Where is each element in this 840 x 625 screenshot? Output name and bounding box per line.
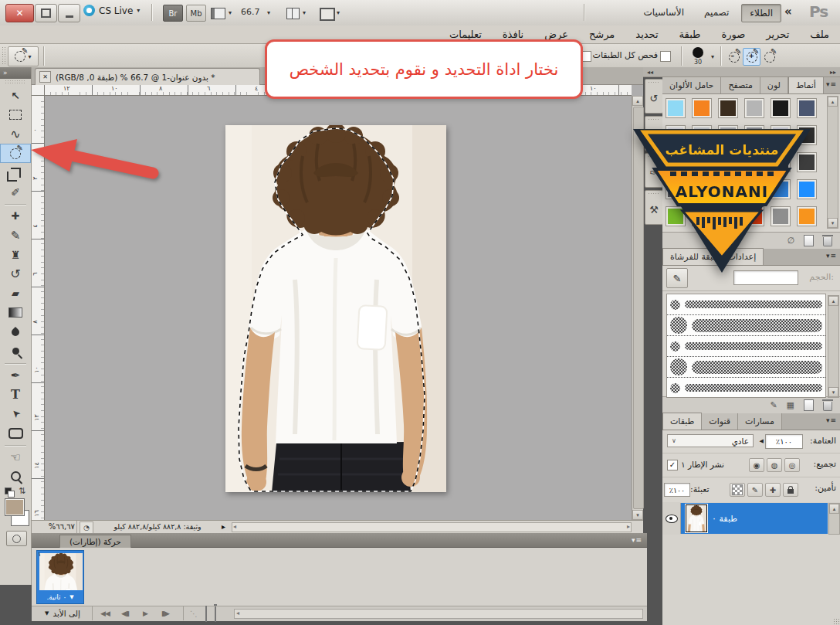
panel-menu-icon[interactable]: ▾≡ bbox=[826, 80, 837, 88]
drag-handle[interactable] bbox=[2, 46, 5, 65]
style-swatch[interactable] bbox=[797, 98, 817, 118]
foreground-color-swatch[interactable] bbox=[5, 498, 25, 516]
dodge-tool[interactable] bbox=[0, 341, 31, 361]
menu-item[interactable]: ملف bbox=[810, 29, 829, 40]
hand-tool[interactable]: ☜ bbox=[0, 447, 31, 467]
new-brush-button[interactable] bbox=[804, 399, 814, 411]
style-swatch[interactable] bbox=[744, 98, 764, 118]
document-tab[interactable]: ✕ * بدون عنوان-1 @ 66.7 % (طبقة 0, RGB/8… bbox=[35, 68, 260, 85]
brush-preset-row[interactable] bbox=[667, 378, 825, 398]
styles-tab[interactable]: أنماط bbox=[788, 76, 824, 93]
timeline-scrollbar[interactable]: ◂ bbox=[234, 609, 643, 619]
style-swatch[interactable] bbox=[692, 98, 712, 118]
lock-position-button[interactable]: ✚ bbox=[765, 483, 781, 497]
chevron-down-icon[interactable]: ▾ bbox=[229, 9, 232, 16]
layers-tab[interactable]: قنوات bbox=[702, 413, 738, 430]
lock-pixels-button[interactable]: ✎ bbox=[747, 483, 763, 497]
zoom-tool[interactable] bbox=[0, 467, 31, 486]
panel-menu-icon[interactable]: ▾≡ bbox=[826, 416, 837, 424]
loop-count-dropdown[interactable]: إلى الأبد ▼ bbox=[33, 606, 93, 620]
resize-grip[interactable] bbox=[833, 618, 839, 624]
history-panel-button[interactable]: ↺ bbox=[645, 79, 663, 114]
scroll-left-icon[interactable]: ◂ bbox=[233, 523, 236, 530]
menu-item[interactable]: تعليمات bbox=[449, 29, 482, 40]
scroll-up-icon[interactable]: ▴ bbox=[829, 504, 839, 514]
chevron-down-icon[interactable]: ▾ bbox=[303, 9, 306, 16]
cs-live-menu[interactable]: CS Live ▾ bbox=[83, 5, 140, 16]
menu-item[interactable]: عرض bbox=[544, 29, 568, 40]
scroll-down-icon[interactable]: ▾ bbox=[632, 510, 643, 520]
drag-handle[interactable] bbox=[5, 80, 26, 85]
animation-frame-1[interactable]: ١ ▼ ٠ ثانية. bbox=[36, 550, 84, 604]
layer-list-scrollbar[interactable]: ▴ bbox=[828, 503, 840, 535]
status-options-arrow-icon[interactable]: ▸ bbox=[222, 522, 225, 531]
adobe-drive-icon[interactable]: ◔ bbox=[80, 521, 93, 534]
workspace-button[interactable]: الأساسيات bbox=[636, 4, 693, 21]
eraser-tool[interactable]: ▰ bbox=[0, 284, 31, 303]
menu-item[interactable]: طبقة bbox=[679, 29, 701, 40]
restore-window-button[interactable] bbox=[35, 4, 57, 22]
styles-tab[interactable]: لون bbox=[760, 77, 788, 93]
unify-visibility-button[interactable]: ◍ bbox=[767, 458, 782, 472]
styles-tab[interactable]: متصفح bbox=[721, 77, 760, 93]
menu-item[interactable]: تحرير bbox=[766, 29, 789, 40]
gradient-tool[interactable] bbox=[0, 303, 31, 322]
new-frame-button[interactable] bbox=[205, 606, 207, 621]
horizontal-scrollbar[interactable]: ◂ ▸ bbox=[232, 522, 632, 532]
next-frame-button[interactable]: ▮▶ bbox=[155, 606, 175, 620]
brush-size-picker[interactable]: 30 ▾ bbox=[686, 46, 722, 66]
brush-list-scrollbar[interactable]: ▴ ▾ bbox=[828, 295, 839, 398]
type-tool[interactable]: T bbox=[0, 385, 31, 404]
chevron-down-icon[interactable]: ▾ bbox=[267, 9, 270, 16]
frame-delay-dropdown[interactable]: ▼ ٠ ثانية. bbox=[37, 591, 83, 603]
scroll-up-icon[interactable]: ▴ bbox=[828, 296, 838, 306]
crop-tool[interactable] bbox=[0, 163, 31, 182]
path-selection-tool[interactable]: ➤ bbox=[0, 404, 31, 423]
style-swatch[interactable] bbox=[666, 98, 686, 118]
rewind-button[interactable]: ◀◀ bbox=[95, 606, 115, 620]
blur-tool[interactable] bbox=[0, 322, 31, 341]
delete-frame-button[interactable] bbox=[215, 606, 216, 621]
style-swatch[interactable] bbox=[771, 98, 791, 118]
opacity-spinner-icon[interactable]: ◀ bbox=[760, 438, 764, 444]
fill-value-field[interactable]: ١٠٠٪ bbox=[664, 483, 690, 497]
live-preview-button[interactable]: ✎ bbox=[770, 400, 777, 410]
status-zoom-field[interactable]: ٦٦,٦٧% bbox=[35, 522, 75, 531]
brush-preset-row[interactable] bbox=[667, 336, 825, 357]
unify-style-button[interactable]: ◎ bbox=[784, 458, 800, 472]
pen-tool[interactable]: ✒ bbox=[0, 365, 31, 385]
move-tool[interactable]: ↖ bbox=[0, 86, 31, 105]
texture-button[interactable]: ▦ bbox=[787, 400, 794, 410]
clone-stamp-tool[interactable]: ♜ bbox=[0, 245, 31, 264]
menu-item[interactable]: صورة bbox=[721, 29, 745, 40]
brush-preset-row[interactable] bbox=[667, 357, 825, 378]
close-document-icon[interactable]: ✕ bbox=[39, 71, 51, 83]
subtract-from-selection-button[interactable]: – bbox=[725, 48, 743, 66]
layer-row[interactable]: طبقة ٠ bbox=[662, 503, 828, 534]
launch-bridge-button[interactable]: Br bbox=[163, 5, 183, 22]
workspace-overflow-chevron[interactable]: « bbox=[784, 5, 792, 19]
brush-tool[interactable]: ✎ bbox=[0, 226, 31, 245]
view-extras-button[interactable] bbox=[211, 8, 225, 19]
swap-colors-icon[interactable]: ⇅ bbox=[19, 486, 25, 496]
lasso-tool[interactable]: ∿ bbox=[0, 124, 31, 144]
panel-menu-icon[interactable]: ▾≡ bbox=[632, 536, 642, 544]
scroll-down-icon[interactable]: ▾ bbox=[828, 387, 838, 397]
workspace-button[interactable]: الطلاء bbox=[741, 4, 781, 22]
styles-scrollbar[interactable]: ▴ ▾ bbox=[827, 96, 838, 229]
opacity-value-field[interactable]: ١٠٠٪ bbox=[765, 434, 803, 449]
lock-all-button[interactable] bbox=[783, 483, 798, 497]
minimize-window-button[interactable] bbox=[58, 4, 80, 22]
layers-tab[interactable]: مسارات bbox=[738, 413, 782, 430]
brush-preset-row[interactable] bbox=[667, 315, 825, 336]
arrange-documents-button[interactable] bbox=[286, 8, 300, 19]
scroll-right-icon[interactable]: ▸ bbox=[627, 523, 630, 530]
style-swatch[interactable] bbox=[718, 98, 738, 118]
sample-all-layers-checkbox[interactable] bbox=[660, 51, 671, 62]
quick-selection-tool[interactable] bbox=[0, 144, 31, 163]
shape-tool[interactable] bbox=[0, 423, 31, 443]
photo-layer[interactable] bbox=[225, 125, 446, 492]
workspace-button[interactable]: تصميم bbox=[696, 4, 737, 21]
add-to-selection-button[interactable]: + bbox=[743, 48, 760, 66]
tool-preset-picker[interactable]: ▾ bbox=[8, 46, 39, 66]
